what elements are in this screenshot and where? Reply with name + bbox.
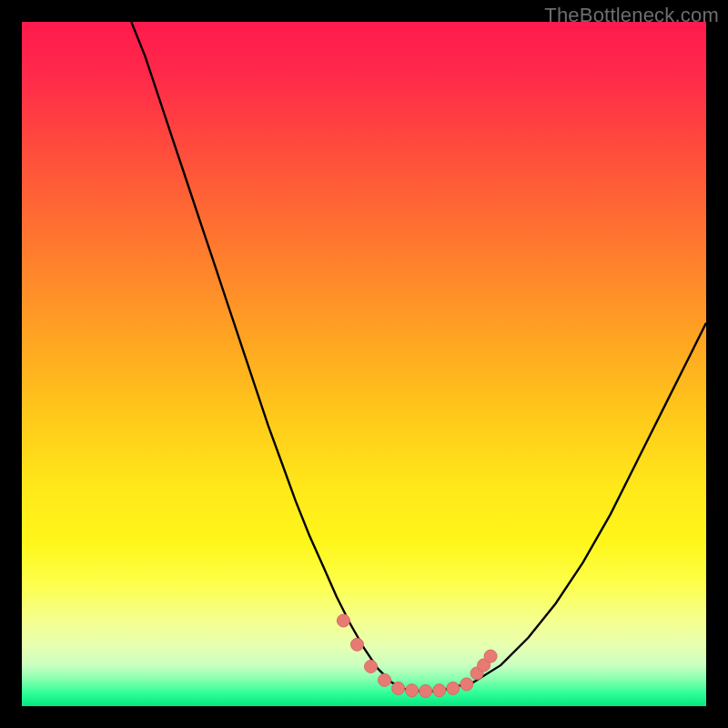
- chart-frame: [22, 22, 706, 706]
- dip-marker: [392, 682, 405, 694]
- dip-marker: [337, 614, 349, 627]
- dip-marker: [379, 673, 391, 686]
- dip-marker: [460, 678, 473, 691]
- dip-marker: [351, 638, 364, 651]
- dip-marker: [433, 684, 446, 697]
- dip-marker: [447, 682, 460, 694]
- dip-marker: [484, 650, 497, 662]
- dip-marker: [365, 660, 378, 672]
- dip-marker-group: [337, 614, 497, 698]
- dip-marker: [420, 685, 432, 698]
- bottleneck-curve-path: [131, 22, 706, 692]
- dip-marker: [406, 684, 419, 697]
- bottleneck-curve-svg: [22, 22, 706, 706]
- watermark-text: TheBottleneck.com: [544, 4, 719, 27]
